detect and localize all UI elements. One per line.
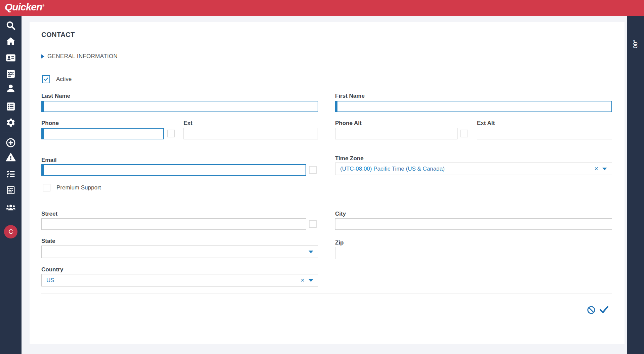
check-icon	[599, 304, 609, 314]
active-checkbox[interactable]	[42, 75, 50, 83]
sidebar: C	[0, 16, 22, 354]
phone-input[interactable]	[41, 128, 164, 139]
phone-alt-checkbox[interactable]	[460, 130, 468, 137]
search-icon[interactable]	[4, 19, 17, 32]
premium-support-checkbox[interactable]	[43, 184, 50, 191]
chevron-down-icon[interactable]	[309, 279, 313, 282]
phone-checkbox[interactable]	[167, 130, 175, 137]
cancel-button[interactable]	[587, 306, 596, 316]
zip-label: Zip	[335, 239, 344, 246]
app-header: Quicken®	[0, 0, 644, 16]
state-label: State	[41, 238, 55, 245]
active-row: Active	[42, 75, 72, 83]
phone-alt-input[interactable]	[335, 128, 457, 139]
ext-label: Ext	[184, 120, 192, 127]
logo-text: Quicken	[5, 1, 42, 12]
country-clear-icon[interactable]: ×	[300, 276, 305, 284]
street-input[interactable]	[41, 218, 306, 230]
divider	[41, 65, 612, 65]
temperature-badge[interactable]: 00°	[627, 36, 644, 52]
warning-icon[interactable]	[4, 150, 17, 164]
address-card-icon[interactable]	[4, 51, 17, 64]
ext-input[interactable]	[184, 128, 318, 139]
list-icon[interactable]	[4, 100, 17, 113]
zip-input[interactable]	[335, 247, 612, 259]
notes-icon[interactable]	[4, 183, 17, 197]
time-zone-label: Time Zone	[335, 155, 364, 162]
street-checkbox[interactable]	[309, 220, 317, 228]
check-icon	[43, 77, 49, 82]
section-general-information[interactable]: GENERAL INFORMATION	[41, 53, 118, 60]
time-zone-value: (UTC-08:00) Pacific Time (US & Canada)	[340, 166, 594, 172]
avatar-initial: C	[8, 228, 13, 235]
trademark-symbol: ®	[42, 4, 44, 7]
time-zone-select[interactable]: (UTC-08:00) Pacific Time (US & Canada) ×	[335, 163, 612, 175]
country-label: Country	[41, 266, 63, 273]
street-label: Street	[41, 211, 57, 217]
ext-alt-input[interactable]	[477, 128, 612, 139]
country-value: US	[46, 277, 300, 284]
add-circle-icon[interactable]	[4, 136, 17, 149]
divider	[41, 44, 612, 44]
page-title: CONTACT	[41, 31, 75, 39]
caret-right-icon	[41, 54, 44, 58]
home-icon[interactable]	[4, 35, 17, 48]
premium-support-row: Premium Support	[43, 184, 101, 191]
right-panel-collapsed: 00°	[627, 16, 644, 354]
ext-alt-label: Ext Alt	[477, 120, 495, 127]
avatar[interactable]: C	[4, 225, 17, 238]
contact-card: CONTACT GENERAL INFORMATION Active Last …	[30, 22, 625, 344]
first-name-input[interactable]	[335, 101, 612, 112]
email-input[interactable]	[41, 164, 306, 176]
first-name-label: First Name	[335, 93, 365, 99]
user-icon[interactable]	[4, 82, 17, 95]
divider	[41, 294, 612, 294]
sidebar-divider	[3, 133, 18, 133]
gear-icon[interactable]	[4, 116, 17, 129]
phone-label: Phone	[41, 120, 59, 127]
chevron-down-icon[interactable]	[309, 251, 313, 253]
last-name-label: Last Name	[41, 93, 70, 99]
last-name-input[interactable]	[41, 101, 318, 112]
country-select[interactable]: US ×	[41, 274, 318, 286]
chevron-down-icon[interactable]	[602, 168, 607, 170]
section-title: GENERAL INFORMATION	[47, 53, 118, 60]
sidebar-divider	[3, 219, 18, 219]
tasks-icon[interactable]	[4, 167, 17, 181]
active-label: Active	[56, 76, 72, 83]
email-checkbox[interactable]	[309, 166, 317, 174]
ban-icon	[587, 306, 596, 314]
phone-alt-label: Phone Alt	[335, 120, 362, 127]
confirm-button[interactable]	[599, 304, 609, 316]
quicken-logo: Quicken®	[5, 1, 44, 13]
state-select[interactable]	[41, 246, 318, 258]
city-input[interactable]	[335, 218, 612, 230]
premium-support-label: Premium Support	[56, 184, 101, 191]
people-icon[interactable]	[4, 201, 17, 214]
news-icon[interactable]	[4, 67, 17, 81]
city-label: City	[335, 211, 346, 217]
email-label: Email	[41, 157, 56, 164]
time-zone-clear-icon[interactable]: ×	[594, 165, 598, 173]
